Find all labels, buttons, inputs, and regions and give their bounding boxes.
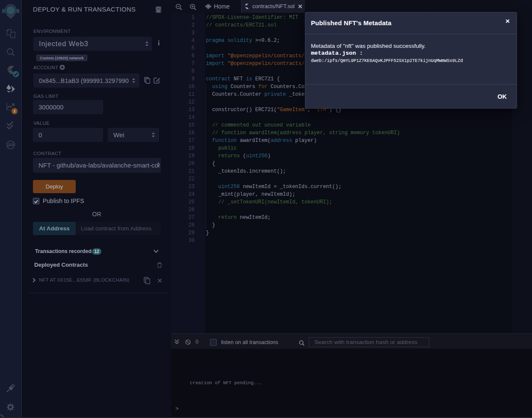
svg-text:1: 1 — [13, 109, 15, 113]
